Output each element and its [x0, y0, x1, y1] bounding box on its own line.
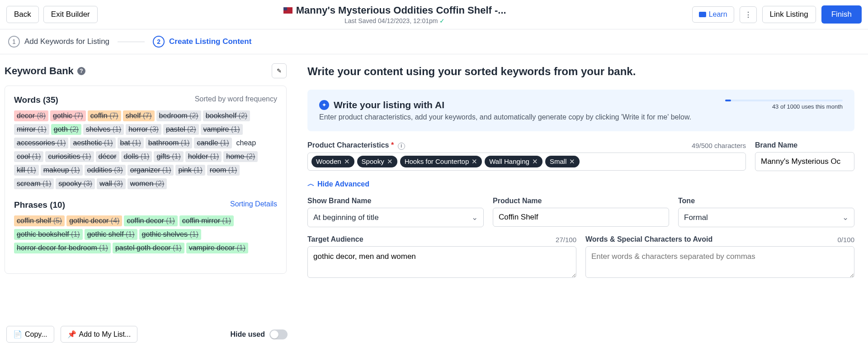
- pc-label-text: Product Characteristics: [307, 141, 389, 149]
- remove-tag-icon[interactable]: ✕: [472, 158, 477, 166]
- keyword-chip[interactable]: horror decor for bedroom (1): [14, 243, 111, 253]
- keyword-chip[interactable]: home (2): [223, 151, 258, 162]
- phrases-sorting-details[interactable]: Sorting Details: [230, 200, 277, 210]
- step-1[interactable]: 1 Add Keywords for Listing: [8, 36, 109, 48]
- chevron-down-icon: ⌄: [842, 213, 849, 222]
- learn-button[interactable]: Learn: [692, 6, 734, 23]
- sparkle-icon: ✦: [319, 100, 329, 110]
- keyword-chip[interactable]: accessories (1): [14, 138, 68, 148]
- more-menu-button[interactable]: ⋮: [740, 6, 757, 23]
- phrases-section-title: Phrases (10): [14, 200, 65, 210]
- characteristic-tag[interactable]: Spooky ✕: [357, 156, 397, 167]
- remove-tag-icon[interactable]: ✕: [532, 158, 538, 166]
- keyword-chip[interactable]: pastel (2): [163, 124, 199, 135]
- keyword-chip[interactable]: candle (1): [194, 138, 231, 148]
- keyword-chip[interactable]: horror (3): [126, 124, 161, 135]
- keyword-chip[interactable]: mirror (1): [14, 124, 49, 135]
- characteristic-tag[interactable]: Hooks for Countertop ✕: [400, 156, 482, 167]
- keyword-chip[interactable]: scream (1): [14, 178, 54, 189]
- keyword-chip[interactable]: decor (8): [14, 110, 48, 121]
- app-header: Back Exit Builder Manny's Mysterious Odd…: [0, 0, 868, 29]
- target-char-count: 27/100: [556, 236, 576, 243]
- addlist-label: Add to My List...: [79, 330, 131, 339]
- keyword-chip[interactable]: vampire decor (1): [186, 243, 248, 253]
- keyword-chip[interactable]: gothic (7): [50, 110, 86, 121]
- keyword-chip[interactable]: coffin (7): [88, 110, 121, 121]
- keyword-chip[interactable]: pink (1): [175, 165, 205, 176]
- keyword-chip[interactable]: bedroom (2): [156, 110, 201, 121]
- show-brand-name-select[interactable]: At beginning of title ⌄: [307, 208, 484, 227]
- remove-tag-icon[interactable]: ✕: [344, 158, 350, 166]
- keyword-chip[interactable]: cool (1): [14, 151, 43, 162]
- hide-used-label: Hide used: [231, 330, 265, 339]
- words-to-avoid-label: Words & Special Characters to Avoid: [585, 235, 712, 243]
- keyword-chip[interactable]: décor: [96, 151, 119, 162]
- pc-char-count: 49/500 characters: [692, 142, 746, 149]
- hide-used-toggle-wrap: Hide used: [231, 329, 288, 339]
- video-icon: [699, 12, 706, 17]
- brand-name-input[interactable]: [755, 152, 854, 171]
- keyword-chip[interactable]: coffin mirror (1): [179, 215, 234, 226]
- words-to-avoid-input[interactable]: [585, 246, 854, 278]
- keyword-chip[interactable]: wall (3): [97, 178, 126, 189]
- info-icon[interactable]: i: [398, 143, 405, 150]
- learn-label: Learn: [709, 10, 727, 19]
- remove-tag-icon[interactable]: ✕: [569, 158, 575, 166]
- keyword-chip[interactable]: vampire (1): [201, 124, 243, 135]
- keyword-chip[interactable]: coffin shelf (5): [14, 215, 65, 226]
- keyword-chip[interactable]: holder (1): [185, 151, 222, 162]
- check-icon: ✓: [439, 17, 445, 24]
- finish-button[interactable]: Finish: [821, 5, 862, 24]
- keyword-chip[interactable]: oddities (3): [85, 165, 126, 176]
- keyword-chip[interactable]: room (1): [207, 165, 240, 176]
- header-right: Learn ⋮ Link Listing Finish: [692, 5, 862, 24]
- keyword-chip[interactable]: gothic shelf (1): [85, 229, 137, 240]
- product-name-label: Product Name: [493, 197, 669, 205]
- exit-builder-button[interactable]: Exit Builder: [43, 6, 98, 23]
- hide-advanced-toggle[interactable]: ︿ Hide Advanced: [307, 179, 854, 189]
- step-2[interactable]: 2 Create Listing Content: [153, 36, 251, 48]
- keyword-chip[interactable]: gifts (1): [154, 151, 183, 162]
- keyword-chip[interactable]: spooky (3): [56, 178, 95, 189]
- keyword-chip[interactable]: shelves (1): [83, 124, 124, 135]
- characteristic-tag[interactable]: Wall Hanging ✕: [485, 156, 542, 167]
- keyword-chip[interactable]: kill (1): [14, 165, 39, 176]
- keyword-chip[interactable]: bat (1): [118, 138, 144, 148]
- keyword-chip[interactable]: bathroom (1): [146, 138, 193, 148]
- hide-used-toggle[interactable]: [269, 329, 288, 339]
- keyword-chip[interactable]: goth (2): [51, 124, 81, 135]
- product-characteristics-input[interactable]: Wooden ✕Spooky ✕Hooks for Countertop ✕Wa…: [307, 153, 746, 171]
- help-icon[interactable]: ?: [77, 67, 85, 75]
- keyword-chip[interactable]: aesthetic (1): [70, 138, 115, 148]
- keyword-chip[interactable]: gothic bookshelf (1): [14, 229, 83, 240]
- keyword-chip[interactable]: gothic decor (4): [66, 215, 122, 226]
- keyword-chip[interactable]: coffin decor (1): [124, 215, 177, 226]
- link-listing-button[interactable]: Link Listing: [762, 6, 816, 23]
- keyword-chip[interactable]: dolls (1): [121, 151, 152, 162]
- copy-button[interactable]: 📄 Copy...: [6, 326, 54, 343]
- chevron-down-icon: ⌄: [472, 213, 478, 222]
- pencil-icon: ✎: [277, 67, 282, 74]
- keyword-chip[interactable]: women (2): [127, 178, 167, 189]
- keyword-chip[interactable]: cheap: [234, 138, 259, 148]
- edit-keyword-bank-button[interactable]: ✎: [272, 63, 287, 78]
- product-name-input[interactable]: [493, 208, 669, 227]
- target-audience-input[interactable]: [307, 246, 576, 278]
- keyword-chip[interactable]: shelf (7): [123, 110, 155, 121]
- saved-time: 04/12/2023, 12:01pm: [378, 17, 438, 24]
- ai-writer-title: Write your listing with AI: [334, 100, 444, 110]
- content-editor-panel: Write your content using your sorted key…: [294, 54, 868, 353]
- keyword-chip[interactable]: pastel goth decor (1): [113, 243, 184, 253]
- keyword-chip[interactable]: gothic shelves (1): [139, 229, 201, 240]
- remove-tag-icon[interactable]: ✕: [387, 158, 393, 166]
- keyword-chip[interactable]: bookshelf (2): [203, 110, 250, 121]
- keyword-chip[interactable]: curiosities (1): [45, 151, 94, 162]
- add-to-list-button[interactable]: 📌 Add to My List...: [61, 326, 138, 343]
- characteristic-tag[interactable]: Wooden ✕: [311, 156, 354, 167]
- avoid-char-count: 0/100: [837, 236, 854, 243]
- characteristic-tag[interactable]: Small ✕: [545, 156, 580, 167]
- back-button[interactable]: Back: [6, 6, 39, 23]
- tone-select[interactable]: Formal ⌄: [678, 208, 854, 227]
- keyword-chip[interactable]: organizer (1): [127, 165, 174, 176]
- keyword-chip[interactable]: makeup (1): [41, 165, 83, 176]
